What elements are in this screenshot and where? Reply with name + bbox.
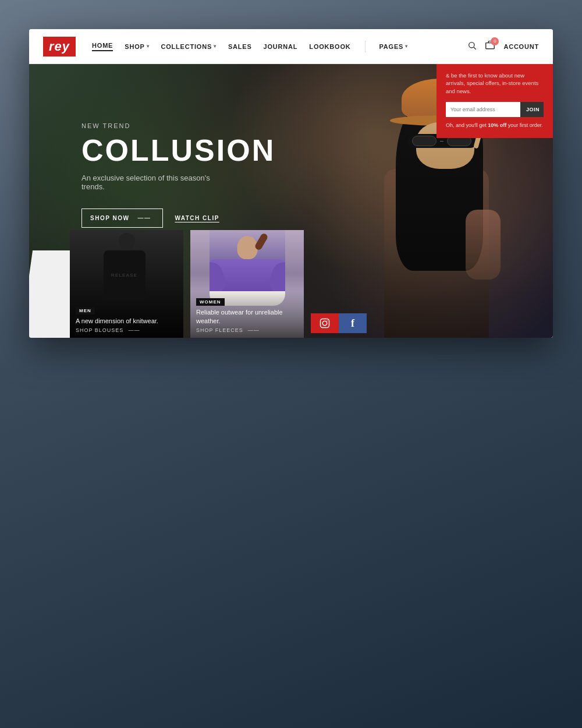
nav-item-lookbook[interactable]: LOOKBOOK [309, 43, 350, 50]
men-card-label: MEN A new dimension of knitwear. SHOP BL… [70, 299, 183, 338]
email-input[interactable] [446, 102, 520, 117]
search-icon[interactable] [467, 41, 477, 52]
women-category-badge: WOMEN [196, 298, 225, 306]
social-buttons: f [311, 313, 367, 333]
hero-section: NEW TREND COLLUSION An exclusive selecti… [29, 64, 553, 338]
nav-item-home[interactable]: HOME [92, 42, 113, 51]
nav-item-collections[interactable]: COLLECTIONS ▾ [161, 43, 216, 50]
nav-divider [365, 41, 365, 52]
subscribe-title: SUBSCRIBE [446, 64, 544, 67]
hero-subtitle: An exclusive selection of this season's … [81, 174, 233, 191]
subscribe-description: & be the first to know about new arrival… [446, 72, 544, 95]
subscribe-box: SUBSCRIBE & be the first to know about n… [436, 64, 553, 138]
nav-right-actions: 0 ACCOUNT [467, 41, 539, 52]
subscribe-note: Oh, and you'll get 10% off your first or… [446, 122, 544, 129]
svg-line-1 [474, 47, 476, 50]
promo-sidebar: #goodbyesummer PROMOTIONS UP TO 10% OFF … [436, 64, 553, 138]
women-card-desc: Reliable outwear for unreliable weather. [196, 308, 298, 325]
cart-icon[interactable]: 0 [485, 41, 495, 52]
cart-badge: 0 [491, 37, 499, 45]
svg-rect-3 [321, 319, 329, 328]
chevron-down-icon: ▾ [147, 44, 150, 49]
men-card-link[interactable]: SHOP BLOUSES [76, 327, 178, 333]
hero-buttons: SHOP NOW WATCH CLIP [81, 208, 275, 228]
men-figure: RELEASE [104, 233, 150, 303]
product-card-men[interactable]: RELEASE MEN A new dimension of knitwear.… [70, 230, 183, 338]
social-icons-area: f [311, 313, 367, 338]
main-nav: HOME SHOP ▾ COLLECTIONS ▾ SALES JOURNAL … [92, 41, 467, 52]
svg-point-4 [322, 321, 327, 326]
hero-content: NEW TREND COLLUSION An exclusive selecti… [81, 122, 275, 228]
site-header: rey HOME SHOP ▾ COLLECTIONS ▾ SALES JOUR… [29, 29, 553, 64]
subscribe-form: JOIN [446, 102, 544, 117]
product-card-women[interactable]: WOMEN Reliable outwear for unreliable we… [190, 230, 304, 338]
shop-now-button[interactable]: SHOP NOW [81, 208, 163, 228]
hero-tag: NEW TREND [81, 122, 275, 129]
svg-point-0 [469, 42, 474, 47]
site-logo[interactable]: rey [43, 37, 76, 56]
nav-item-shop[interactable]: SHOP ▾ [125, 43, 149, 50]
instagram-button[interactable] [311, 313, 339, 333]
men-card-desc: A new dimension of knitwear. [76, 317, 178, 325]
nav-item-journal[interactable]: JOURNAL [264, 43, 298, 50]
svg-point-5 [327, 320, 328, 321]
facebook-button[interactable]: f [339, 313, 367, 333]
browser-window: rey HOME SHOP ▾ COLLECTIONS ▾ SALES JOUR… [29, 29, 553, 338]
women-card-label: WOMEN Reliable outwear for unreliable we… [190, 291, 304, 338]
facebook-icon: f [351, 317, 354, 330]
product-cards: RELEASE MEN A new dimension of knitwear.… [70, 230, 553, 338]
join-button[interactable]: JOIN [520, 102, 544, 117]
chevron-down-icon: ▾ [405, 44, 408, 49]
nav-item-pages[interactable]: PAGES ▾ [379, 43, 409, 50]
main-content: NEW TREND COLLUSION An exclusive selecti… [29, 64, 553, 338]
women-card-link[interactable]: SHOP FLEECES [196, 327, 298, 333]
account-button[interactable]: ACCOUNT [503, 43, 539, 50]
men-category-badge: MEN [76, 307, 95, 314]
hero-title: COLLUSION [81, 135, 275, 165]
chevron-down-icon: ▾ [214, 44, 217, 49]
watch-clip-button[interactable]: WATCH CLIP [175, 215, 219, 221]
nav-item-sales[interactable]: SALES [228, 43, 252, 50]
